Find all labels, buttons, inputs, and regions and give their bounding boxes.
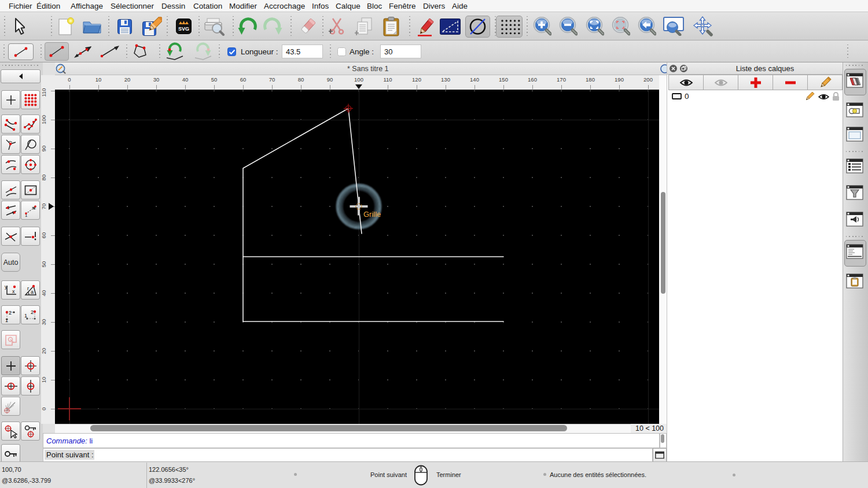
svg-text:y: y [5, 284, 8, 290]
svg-text:2: 2 [9, 310, 12, 316]
svg-text:r: r [27, 286, 29, 291]
svg-text:SVG: SVG [178, 26, 189, 32]
svg-text:2: 2 [31, 309, 34, 315]
svg-text:Grille: Grille [363, 210, 381, 219]
svg-text:x: x [12, 289, 15, 294]
svg-text:1: 1 [24, 313, 27, 319]
svg-text:a: a [31, 289, 34, 295]
